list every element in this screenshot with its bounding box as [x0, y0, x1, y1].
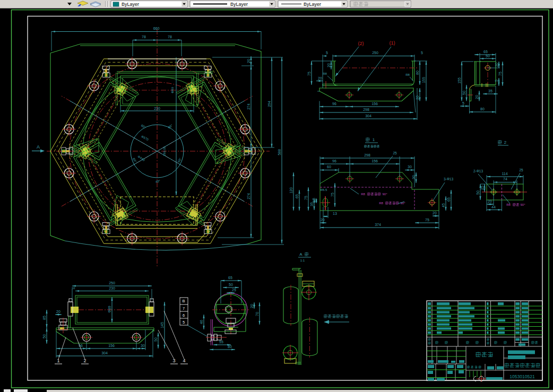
svg-text:30: 30 [141, 344, 145, 347]
svg-text:46: 46 [200, 320, 203, 324]
svg-text:25: 25 [519, 168, 523, 172]
svg-text:R8: R8 [405, 73, 410, 76]
svg-text:65: 65 [483, 50, 488, 54]
svg-text:25: 25 [393, 151, 397, 155]
svg-text:304: 304 [101, 351, 108, 355]
svg-text:20: 20 [327, 63, 331, 67]
svg-text:50: 50 [462, 91, 466, 95]
svg-text:20: 20 [433, 211, 437, 215]
svg-text:155: 155 [422, 77, 426, 83]
svg-text:90°: 90° [382, 193, 387, 196]
svg-text:ByLayer: ByLayer [304, 2, 321, 7]
svg-text:35: 35 [310, 202, 314, 206]
svg-text:1053010521: 1053010521 [509, 374, 535, 379]
svg-text:35: 35 [488, 89, 492, 93]
svg-text:75: 75 [498, 72, 502, 76]
svg-text:156: 156 [371, 102, 378, 106]
svg-text:65: 65 [295, 194, 299, 198]
svg-text:120: 120 [289, 187, 293, 194]
svg-text:80: 80 [416, 71, 419, 75]
svg-text:50: 50 [42, 334, 46, 338]
svg-text:13: 13 [333, 212, 337, 215]
svg-text:20: 20 [321, 218, 325, 222]
svg-text:ByLayer: ByLayer [122, 2, 139, 7]
svg-text:6: 6 [183, 313, 185, 318]
svg-text:660: 660 [153, 27, 160, 30]
svg-text:230: 230 [154, 107, 160, 110]
svg-text:7: 7 [183, 306, 185, 311]
svg-text:74: 74 [503, 177, 507, 181]
svg-text:20: 20 [250, 304, 254, 308]
svg-text:65: 65 [228, 276, 232, 280]
svg-text:25: 25 [232, 288, 236, 292]
svg-text:20: 20 [56, 310, 61, 313]
svg-text:50: 50 [476, 190, 480, 195]
svg-text:274: 274 [247, 193, 250, 199]
svg-text:Φ89: Φ89 [171, 87, 174, 93]
svg-text:78: 78 [168, 35, 172, 39]
svg-text:50: 50 [229, 283, 233, 286]
svg-text:78: 78 [142, 35, 146, 39]
svg-text:60: 60 [327, 165, 331, 169]
svg-text:R8: R8 [323, 72, 327, 75]
svg-text:5: 5 [462, 101, 464, 105]
svg-text:20: 20 [247, 59, 250, 63]
svg-text:298: 298 [364, 153, 370, 157]
svg-text:20: 20 [495, 63, 498, 67]
svg-text:274: 274 [247, 103, 250, 110]
svg-text:2: 2 [504, 140, 507, 145]
svg-text:1:1: 1:1 [300, 259, 305, 262]
svg-text:R6.5: R6.5 [321, 188, 327, 191]
svg-text:80: 80 [228, 345, 232, 349]
svg-text:65: 65 [447, 197, 451, 202]
svg-text:20: 20 [488, 199, 492, 203]
svg-text:70: 70 [255, 312, 259, 316]
svg-text:20: 20 [475, 95, 479, 99]
svg-text:2-Φ13: 2-Φ13 [473, 169, 483, 173]
svg-text:R8: R8 [379, 202, 383, 205]
svg-text:156: 156 [371, 159, 378, 163]
svg-text:50: 50 [486, 54, 490, 58]
svg-text:75: 75 [331, 193, 334, 197]
svg-text:145: 145 [160, 322, 164, 328]
svg-text:Φ89: Φ89 [108, 306, 111, 312]
svg-text:20: 20 [318, 76, 322, 80]
svg-text:114: 114 [502, 172, 507, 176]
svg-text:B: B [182, 299, 185, 303]
svg-text:5: 5 [421, 51, 423, 55]
svg-text:588: 588 [278, 149, 281, 155]
svg-text:250: 250 [372, 51, 378, 55]
svg-text:250: 250 [109, 281, 115, 285]
svg-text:55: 55 [219, 340, 223, 344]
svg-text:156: 156 [108, 344, 115, 347]
svg-text:(2): (2) [358, 41, 364, 46]
svg-text:374: 374 [375, 223, 381, 227]
svg-text:R8: R8 [361, 193, 365, 196]
svg-text:155: 155 [457, 77, 461, 84]
svg-text:10: 10 [72, 286, 75, 290]
svg-text:50: 50 [154, 337, 158, 342]
svg-text:230: 230 [109, 286, 115, 290]
svg-text:96: 96 [332, 159, 336, 163]
svg-text:75: 75 [307, 72, 311, 76]
svg-text:45: 45 [442, 203, 445, 207]
svg-text:96: 96 [332, 102, 336, 106]
svg-text:85: 85 [42, 316, 46, 320]
svg-text:75: 75 [425, 218, 429, 222]
svg-text:30: 30 [408, 165, 412, 169]
svg-text:5: 5 [326, 51, 328, 55]
svg-text:298: 298 [363, 108, 369, 111]
svg-text:A: A [37, 144, 40, 150]
svg-text:1: 1 [373, 137, 375, 142]
svg-text:80: 80 [480, 107, 485, 111]
svg-text:30: 30 [412, 175, 416, 179]
svg-text:3-Φ13: 3-Φ13 [444, 177, 454, 181]
svg-text:5: 5 [495, 80, 498, 82]
svg-text:(1): (1) [390, 40, 395, 46]
svg-text:289.05: 289.05 [163, 146, 166, 156]
svg-text:294: 294 [267, 101, 271, 107]
svg-text:90°: 90° [520, 203, 525, 206]
svg-text:A: A [299, 252, 303, 257]
svg-text:5: 5 [183, 320, 185, 325]
svg-text:304: 304 [365, 114, 371, 118]
